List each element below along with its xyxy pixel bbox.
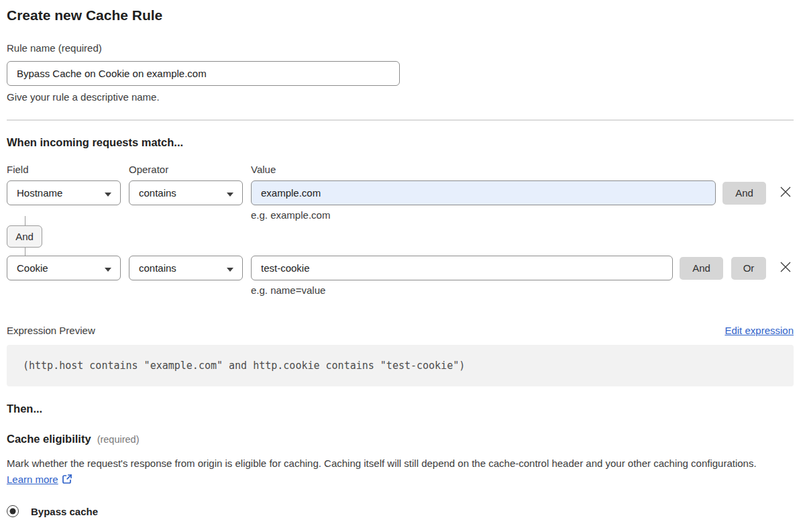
close-icon (779, 260, 792, 276)
operator-select-row2-value: contains (139, 262, 176, 274)
then-heading: Then... (7, 403, 794, 415)
operator-select-row1-value: contains (139, 187, 176, 199)
expression-preview-label: Expression Preview (7, 325, 95, 336)
section-divider (7, 119, 794, 121)
radio-button-icon[interactable] (7, 505, 19, 517)
expression-header: Expression Preview Edit expression (7, 325, 794, 336)
field-column-label: Field (7, 164, 129, 175)
match-row-2: Cookie contains And Or (7, 256, 794, 280)
cache-eligibility-heading-row: Cache eligibility (required) (7, 433, 794, 445)
operator-select-row1[interactable]: contains (129, 180, 243, 205)
operator-select-row2[interactable]: contains (129, 256, 243, 280)
field-select-row1[interactable]: Hostname (7, 180, 121, 205)
rule-name-input[interactable] (7, 61, 400, 86)
add-or-button-row2[interactable]: Or (731, 257, 766, 280)
create-cache-rule-page: Create new Cache Rule Rule name (require… (0, 0, 805, 532)
value-input-row2[interactable] (251, 256, 673, 280)
remove-row2-button[interactable] (777, 260, 794, 276)
close-icon (779, 185, 792, 201)
chevron-down-icon (227, 187, 233, 199)
field-select-row2-value: Cookie (17, 262, 48, 274)
builder-column-labels: Field Operator Value (7, 164, 794, 175)
radio-option-label: Bypass cache (31, 506, 98, 517)
cache-eligibility-description: Mark whether the request's response from… (7, 456, 785, 489)
operator-column-label: Operator (129, 164, 251, 175)
edit-expression-link[interactable]: Edit expression (724, 325, 794, 336)
required-note: (required) (97, 434, 140, 445)
field-select-row2[interactable]: Cookie (7, 256, 121, 280)
external-link-icon (62, 473, 72, 489)
match-heading: When incoming requests match... (7, 136, 794, 149)
cache-eligibility-heading: Cache eligibility (7, 433, 91, 445)
page-title: Create new Cache Rule (7, 7, 794, 24)
value-hint-row1: e.g. example.com (251, 209, 794, 221)
value-column-label: Value (251, 164, 276, 175)
remove-row1-button[interactable] (777, 185, 794, 201)
chevron-down-icon (227, 262, 233, 274)
match-row-1: Hostname contains And (7, 180, 794, 205)
field-select-row1-value: Hostname (17, 187, 62, 199)
expression-code-block: (http.host contains "example.com" and ht… (7, 345, 794, 386)
add-and-button-row2[interactable]: And (680, 257, 723, 280)
chevron-down-icon (105, 187, 111, 199)
row-connector: And (7, 221, 794, 256)
value-hint-row2: e.g. name=value (251, 284, 794, 296)
radio-option-bypass[interactable]: Bypass cache (7, 505, 794, 517)
value-input-row1[interactable] (251, 180, 716, 205)
learn-more-link[interactable]: Learn more (7, 474, 58, 485)
rule-name-label: Rule name (required) (7, 42, 794, 55)
description-text: Mark whether the request's response from… (7, 458, 757, 469)
rule-name-help: Give your rule a descriptive name. (7, 91, 794, 103)
chevron-down-icon (105, 262, 111, 274)
connector-and-button[interactable]: And (7, 225, 42, 248)
add-and-button-row1[interactable]: And (722, 182, 766, 205)
